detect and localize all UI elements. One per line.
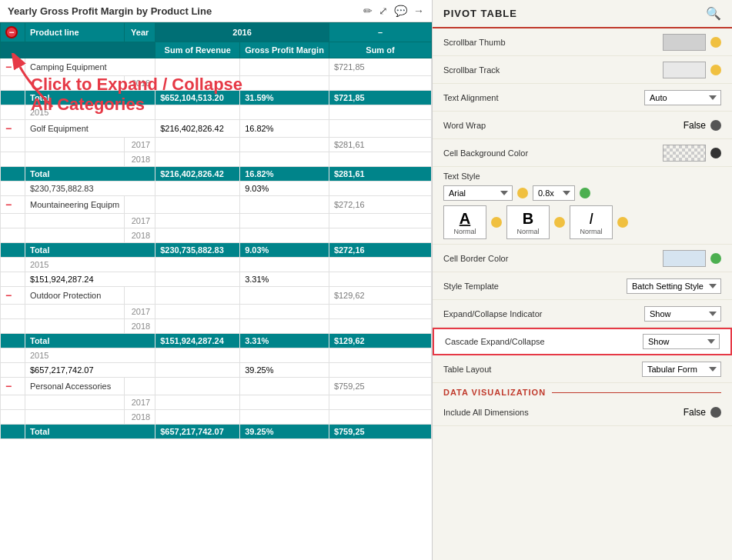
margin-header: Gross Profit Margin: [240, 42, 329, 58]
arrow-right-icon[interactable]: →: [413, 5, 424, 17]
outdoor-total-row: Total $151,924,287.24 3.31% $129,62: [1, 334, 432, 348]
table-row: $151,924,287.24 3.31%: [1, 272, 432, 287]
cascade-expand-row: Cascade Expand/Collapse Show Hide: [433, 328, 732, 355]
table-layout-select[interactable]: Tabular Form Compact Form Outline Form: [642, 362, 721, 377]
left-panel: Yearly Gross Profit Margin by Product Li…: [0, 0, 433, 560]
cell-bg-color-value: [663, 145, 721, 162]
chart-title-bar: Yearly Gross Profit Margin by Product Li…: [0, 0, 432, 22]
include-all-dot[interactable]: [710, 407, 721, 418]
scrollbar-thumb-color[interactable]: [663, 34, 706, 51]
style-template-select[interactable]: Batch Setting Style Default: [627, 278, 721, 294]
cascade-expand-select[interactable]: Show Hide: [643, 334, 720, 349]
section-divider-line: [552, 392, 721, 393]
year-2016-header: 2016: [155, 23, 329, 42]
year-header: Year: [125, 23, 155, 42]
include-all-dimensions-text: False: [684, 407, 706, 418]
table-row: 2015: [1, 348, 432, 363]
search-icon[interactable]: 🔍: [706, 6, 721, 21]
font-dot[interactable]: [517, 188, 528, 198]
category-golf: Golf Equipment: [25, 120, 155, 138]
expand-icon[interactable]: ⤢: [379, 5, 388, 17]
category-outdoor: Outdoor Protection: [25, 287, 125, 305]
include-all-dimensions-label: Include All Dimensions: [443, 408, 567, 417]
comment-icon[interactable]: 💬: [394, 5, 407, 17]
minus-cell[interactable]: −: [1, 120, 25, 138]
edit-icon[interactable]: ✏: [363, 5, 373, 17]
underline-dot[interactable]: [491, 217, 502, 228]
table-row: 2017 $281,61: [1, 138, 432, 152]
table-row: − Outdoor Protection $129,62: [1, 287, 432, 305]
expand-indicator-row: Expand/Collapse Indicator Show Hide: [433, 300, 732, 328]
revenue-header: Sum of Revenue: [155, 42, 240, 58]
word-wrap-value: False: [684, 120, 721, 131]
table-row: 2018: [1, 152, 432, 167]
table-layout-label: Table Layout: [443, 365, 567, 374]
text-alignment-select[interactable]: Auto Left Center Right: [644, 90, 721, 105]
expand-all-header[interactable]: −: [1, 23, 25, 42]
sum-header: Sum of: [329, 42, 431, 58]
text-style-label: Text Style: [443, 172, 721, 181]
font-row: Arial Times New Roman Courier New 0.8x 1…: [443, 185, 721, 201]
expand-indicator-select[interactable]: Show Hide: [644, 306, 721, 322]
table-container: − Product line Year 2016 – Sum of Revenu…: [0, 22, 432, 560]
table-row: $657,217,742.07 39.25%: [1, 363, 432, 378]
table-row: 2018: [1, 410, 432, 425]
category-mountain: Mountaineering Equipm: [25, 196, 125, 214]
cell-border-color-row: Cell Border Color: [433, 245, 732, 272]
cascade-expand-label: Cascade Expand/Collapse: [445, 337, 568, 346]
golf-total-row: Total $216,402,826.42 16.82% $281,61: [1, 167, 432, 182]
cell-bg-color-dot[interactable]: [710, 148, 721, 158]
scrollbar-thumb-label: Scrollbar Thumb: [443, 38, 567, 47]
scrollbar-track-value: [663, 62, 721, 78]
cascade-expand-value: Show Hide: [643, 334, 720, 349]
cell-border-color-dot[interactable]: [710, 253, 721, 264]
category-accessories: Personal Accessories: [25, 378, 125, 395]
cell-bg-color-swatch[interactable]: [663, 145, 706, 162]
size-dot[interactable]: [580, 188, 590, 198]
minus-cell[interactable]: −: [1, 287, 25, 305]
table-layout-row: Table Layout Tabular Form Compact Form O…: [433, 355, 732, 383]
data-visualization-label: DATA VISUALIZATION: [443, 388, 546, 397]
font-select[interactable]: Arial Times New Roman Courier New: [443, 185, 513, 201]
bold-dot[interactable]: [554, 217, 565, 228]
scrollbar-track-dot[interactable]: [710, 65, 721, 75]
data-visualization-section: DATA VISUALIZATION: [433, 383, 732, 398]
scrollbar-thumb-dot[interactable]: [710, 37, 721, 48]
cell-border-color-label: Cell Border Color: [443, 254, 567, 263]
text-alignment-row: Text Alignment Auto Left Center Right: [433, 84, 732, 112]
chart-title: Yearly Gross Profit Margin by Product Li…: [8, 5, 212, 17]
dash-header-1: –: [329, 23, 431, 42]
cell-border-color-swatch[interactable]: [663, 250, 706, 267]
scrollbar-track-color[interactable]: [663, 62, 706, 78]
table-row: 2017: [1, 395, 432, 410]
word-wrap-label: Word Wrap: [443, 121, 567, 130]
right-panel: PIVOT TABLE 🔍 Scrollbar Thumb Scrollbar …: [433, 0, 732, 560]
expand-collapse-button[interactable]: −: [5, 26, 18, 38]
arrow-svg: [6, 53, 68, 115]
word-wrap-row: Word Wrap False: [433, 112, 732, 139]
bold-label: Normal: [516, 228, 539, 235]
expand-indicator-label: Expand/Collapse Indicator: [443, 309, 567, 318]
table-row: − Golf Equipment $216,402,826.42 16.82%: [1, 120, 432, 138]
mountain-total-row: Total $230,735,882.83 9.03% $272,16: [1, 243, 432, 258]
scrollbar-thumb-value: [663, 34, 721, 51]
word-wrap-dot[interactable]: [710, 120, 721, 131]
table-row: $230,735,882.83 9.03%: [1, 182, 432, 196]
scrollbar-track-row: Scrollbar Track: [433, 56, 732, 84]
panel-header: PIVOT TABLE 🔍: [433, 0, 732, 28]
table-row: 2018: [1, 228, 432, 243]
table-row: 2015: [1, 258, 432, 272]
underline-button[interactable]: A Normal: [443, 205, 486, 239]
scrollbar-track-label: Scrollbar Track: [443, 65, 567, 75]
italic-button[interactable]: I Normal: [570, 205, 613, 239]
table-row: 2017: [1, 214, 432, 228]
minus-cell[interactable]: −: [1, 196, 25, 214]
bold-button[interactable]: B Normal: [506, 205, 550, 239]
table-row: 2017: [1, 305, 432, 319]
italic-dot[interactable]: [617, 217, 628, 228]
text-style-section: Text Style Arial Times New Roman Courier…: [433, 167, 732, 245]
minus-cell[interactable]: −: [1, 378, 25, 395]
table-row: − Mountaineering Equipm $272,16: [1, 196, 432, 214]
text-alignment-value: Auto Left Center Right: [644, 90, 721, 105]
size-select[interactable]: 0.8x 1.0x 1.2x: [533, 185, 575, 201]
